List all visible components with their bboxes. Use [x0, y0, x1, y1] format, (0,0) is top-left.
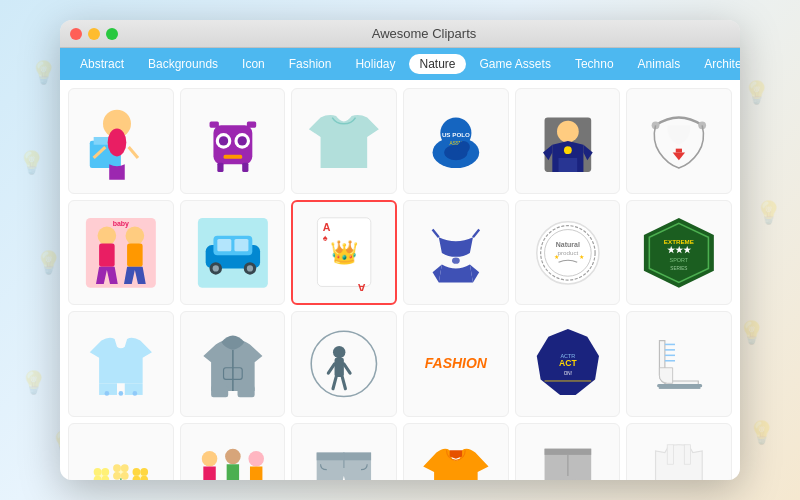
toolbar: Abstract Backgrounds Icon Fashion Holida…	[60, 48, 740, 80]
list-item[interactable]	[291, 311, 397, 417]
svg-rect-11	[223, 155, 242, 159]
tab-fashion[interactable]: Fashion	[279, 54, 342, 74]
list-item[interactable]: baby	[68, 200, 174, 306]
svg-text:A: A	[357, 283, 365, 291]
svg-rect-89	[659, 387, 701, 389]
svg-point-98	[113, 472, 121, 480]
svg-text:ON!: ON!	[563, 371, 571, 376]
svg-text:★: ★	[553, 253, 558, 260]
title-bar: Awesome Cliparts	[60, 20, 740, 48]
svg-point-102	[140, 468, 148, 476]
svg-point-92	[101, 468, 109, 476]
svg-text:baby: baby	[113, 219, 129, 227]
list-item[interactable]	[180, 423, 286, 480]
list-item[interactable]: EXTREME ★★★ SPORT SERIES	[626, 200, 732, 306]
list-item[interactable]	[180, 311, 286, 417]
svg-rect-113	[544, 449, 591, 455]
svg-point-91	[94, 468, 102, 476]
tab-game-assets[interactable]: Game Assets	[470, 54, 561, 74]
svg-rect-13	[246, 121, 255, 127]
list-item[interactable]	[291, 423, 397, 480]
minimize-button[interactable]	[88, 28, 100, 40]
svg-rect-88	[657, 384, 702, 387]
list-item[interactable]	[403, 423, 509, 480]
main-window: Awesome Cliparts Abstract Backgrounds Ic…	[60, 20, 740, 480]
svg-text:SERIES: SERIES	[671, 266, 688, 271]
maximize-button[interactable]	[106, 28, 118, 40]
list-item[interactable]	[68, 311, 174, 417]
svg-point-99	[121, 472, 129, 480]
tab-animals[interactable]: Animals	[628, 54, 691, 74]
tab-icon[interactable]: Icon	[232, 54, 275, 74]
svg-line-77	[333, 377, 336, 389]
list-item[interactable]	[515, 423, 621, 480]
list-item[interactable]: A ♠ 👑 A	[291, 200, 397, 306]
svg-line-78	[343, 377, 346, 389]
list-item[interactable]	[626, 88, 732, 194]
content-area: US POLO ASSN	[60, 80, 740, 480]
svg-text:ACT: ACT	[559, 359, 577, 369]
list-item[interactable]: Natural product ★ ★	[515, 200, 621, 306]
clipart-grid: US POLO ASSN	[68, 88, 732, 480]
svg-line-5	[129, 147, 138, 158]
svg-rect-71	[237, 386, 254, 398]
list-item[interactable]: US POLO ASSN	[403, 88, 509, 194]
svg-point-43	[246, 265, 252, 271]
list-item[interactable]	[291, 88, 397, 194]
list-item[interactable]	[68, 88, 174, 194]
svg-point-65	[118, 391, 123, 396]
list-item[interactable]	[180, 88, 286, 194]
svg-text:Natural: Natural	[555, 240, 579, 247]
svg-text:👑: 👑	[330, 238, 359, 266]
list-item[interactable]	[68, 423, 174, 480]
svg-point-51	[452, 257, 460, 263]
svg-line-50	[473, 229, 479, 237]
svg-rect-116	[685, 445, 691, 464]
tab-abstract[interactable]: Abstract	[70, 54, 134, 74]
list-item[interactable]: ACTR ACT ON!	[515, 311, 621, 417]
svg-line-75	[329, 364, 335, 373]
list-item[interactable]	[180, 200, 286, 306]
svg-text:EXTREME: EXTREME	[664, 237, 694, 244]
svg-text:SPORT: SPORT	[670, 257, 689, 263]
list-item[interactable]: FASHION	[403, 311, 509, 417]
tab-techno[interactable]: Techno	[565, 54, 624, 74]
svg-rect-29	[86, 218, 156, 288]
svg-text:US POLO: US POLO	[442, 131, 470, 138]
list-item[interactable]	[626, 311, 732, 417]
traffic-lights	[70, 28, 118, 40]
svg-point-32	[125, 226, 144, 245]
svg-point-96	[113, 464, 121, 472]
svg-point-108	[201, 451, 217, 467]
close-button[interactable]	[70, 28, 82, 40]
list-item[interactable]	[626, 423, 732, 480]
svg-point-10	[237, 136, 246, 145]
tab-holiday[interactable]: Holiday	[345, 54, 405, 74]
svg-point-109	[225, 449, 241, 465]
svg-point-3	[108, 128, 127, 156]
svg-rect-39	[234, 239, 248, 251]
svg-point-24	[564, 146, 572, 154]
tab-backgrounds[interactable]: Backgrounds	[138, 54, 228, 74]
tab-nature[interactable]: Nature	[409, 54, 465, 74]
svg-rect-38	[217, 239, 231, 251]
svg-point-101	[132, 468, 140, 476]
svg-marker-27	[673, 152, 685, 160]
svg-text:★★★: ★★★	[667, 244, 692, 254]
tab-architecture[interactable]: Architecture	[694, 54, 740, 74]
svg-rect-33	[127, 243, 143, 266]
list-item[interactable]	[515, 88, 621, 194]
svg-point-30	[98, 226, 117, 245]
svg-line-49	[432, 229, 438, 237]
list-item[interactable]	[403, 200, 509, 306]
svg-point-66	[104, 391, 109, 396]
svg-point-73	[333, 346, 345, 358]
svg-text:FASHION: FASHION	[425, 355, 488, 371]
svg-rect-12	[209, 121, 218, 127]
svg-text:A: A	[323, 221, 331, 233]
svg-point-110	[248, 451, 264, 467]
svg-point-23	[557, 121, 579, 143]
svg-rect-14	[217, 163, 223, 172]
svg-text:♠: ♠	[323, 233, 328, 243]
svg-rect-31	[99, 243, 115, 266]
